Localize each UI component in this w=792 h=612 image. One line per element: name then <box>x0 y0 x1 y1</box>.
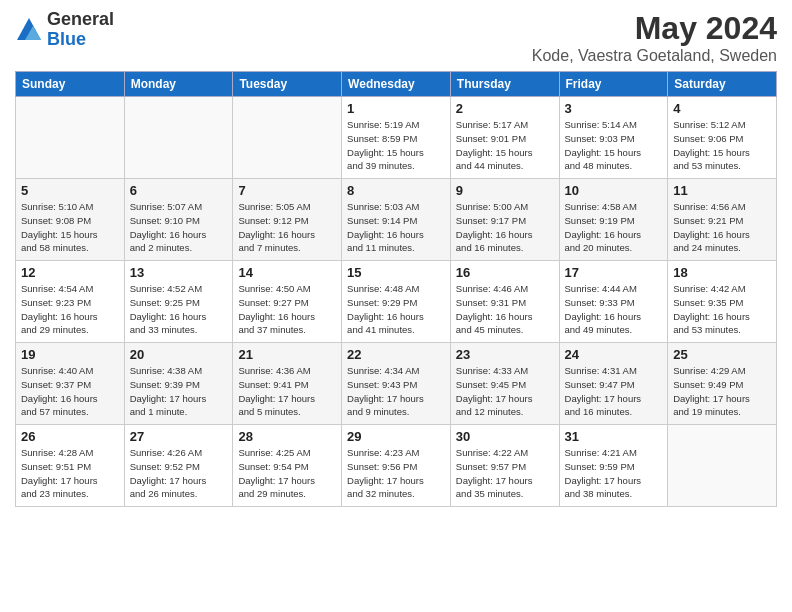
day-info: Sunrise: 4:36 AM Sunset: 9:41 PM Dayligh… <box>238 364 336 419</box>
logo-general: General <box>47 9 114 29</box>
calendar-cell: 20Sunrise: 4:38 AM Sunset: 9:39 PM Dayli… <box>124 343 233 425</box>
calendar-week-5: 26Sunrise: 4:28 AM Sunset: 9:51 PM Dayli… <box>16 425 777 507</box>
day-info: Sunrise: 5:10 AM Sunset: 9:08 PM Dayligh… <box>21 200 119 255</box>
day-number: 11 <box>673 183 771 198</box>
day-info: Sunrise: 5:17 AM Sunset: 9:01 PM Dayligh… <box>456 118 554 173</box>
day-number: 10 <box>565 183 663 198</box>
calendar-cell: 4Sunrise: 5:12 AM Sunset: 9:06 PM Daylig… <box>668 97 777 179</box>
day-info: Sunrise: 4:23 AM Sunset: 9:56 PM Dayligh… <box>347 446 445 501</box>
calendar-cell <box>668 425 777 507</box>
day-number: 28 <box>238 429 336 444</box>
day-number: 19 <box>21 347 119 362</box>
calendar-cell: 30Sunrise: 4:22 AM Sunset: 9:57 PM Dayli… <box>450 425 559 507</box>
calendar-cell: 10Sunrise: 4:58 AM Sunset: 9:19 PM Dayli… <box>559 179 668 261</box>
calendar-cell: 18Sunrise: 4:42 AM Sunset: 9:35 PM Dayli… <box>668 261 777 343</box>
day-info: Sunrise: 4:26 AM Sunset: 9:52 PM Dayligh… <box>130 446 228 501</box>
day-info: Sunrise: 4:44 AM Sunset: 9:33 PM Dayligh… <box>565 282 663 337</box>
calendar-cell: 27Sunrise: 4:26 AM Sunset: 9:52 PM Dayli… <box>124 425 233 507</box>
day-number: 17 <box>565 265 663 280</box>
day-info: Sunrise: 4:50 AM Sunset: 9:27 PM Dayligh… <box>238 282 336 337</box>
calendar-cell: 16Sunrise: 4:46 AM Sunset: 9:31 PM Dayli… <box>450 261 559 343</box>
calendar-week-4: 19Sunrise: 4:40 AM Sunset: 9:37 PM Dayli… <box>16 343 777 425</box>
day-number: 26 <box>21 429 119 444</box>
day-info: Sunrise: 4:21 AM Sunset: 9:59 PM Dayligh… <box>565 446 663 501</box>
calendar-cell <box>124 97 233 179</box>
calendar-cell: 22Sunrise: 4:34 AM Sunset: 9:43 PM Dayli… <box>342 343 451 425</box>
col-header-saturday: Saturday <box>668 72 777 97</box>
calendar-cell: 31Sunrise: 4:21 AM Sunset: 9:59 PM Dayli… <box>559 425 668 507</box>
day-info: Sunrise: 5:19 AM Sunset: 8:59 PM Dayligh… <box>347 118 445 173</box>
day-info: Sunrise: 4:34 AM Sunset: 9:43 PM Dayligh… <box>347 364 445 419</box>
day-info: Sunrise: 4:28 AM Sunset: 9:51 PM Dayligh… <box>21 446 119 501</box>
title-block: May 2024 Kode, Vaestra Goetaland, Sweden <box>532 10 777 65</box>
calendar-cell <box>16 97 125 179</box>
calendar-table: SundayMondayTuesdayWednesdayThursdayFrid… <box>15 71 777 507</box>
calendar-cell: 23Sunrise: 4:33 AM Sunset: 9:45 PM Dayli… <box>450 343 559 425</box>
page: General Blue May 2024 Kode, Vaestra Goet… <box>0 0 792 612</box>
day-number: 5 <box>21 183 119 198</box>
col-header-wednesday: Wednesday <box>342 72 451 97</box>
day-number: 15 <box>347 265 445 280</box>
day-info: Sunrise: 4:46 AM Sunset: 9:31 PM Dayligh… <box>456 282 554 337</box>
day-number: 30 <box>456 429 554 444</box>
day-info: Sunrise: 4:31 AM Sunset: 9:47 PM Dayligh… <box>565 364 663 419</box>
col-header-tuesday: Tuesday <box>233 72 342 97</box>
day-number: 18 <box>673 265 771 280</box>
day-info: Sunrise: 4:42 AM Sunset: 9:35 PM Dayligh… <box>673 282 771 337</box>
calendar-cell: 1Sunrise: 5:19 AM Sunset: 8:59 PM Daylig… <box>342 97 451 179</box>
col-header-sunday: Sunday <box>16 72 125 97</box>
calendar-title: May 2024 <box>532 10 777 47</box>
day-number: 6 <box>130 183 228 198</box>
day-info: Sunrise: 4:22 AM Sunset: 9:57 PM Dayligh… <box>456 446 554 501</box>
day-number: 23 <box>456 347 554 362</box>
day-info: Sunrise: 4:56 AM Sunset: 9:21 PM Dayligh… <box>673 200 771 255</box>
day-info: Sunrise: 5:12 AM Sunset: 9:06 PM Dayligh… <box>673 118 771 173</box>
calendar-cell: 9Sunrise: 5:00 AM Sunset: 9:17 PM Daylig… <box>450 179 559 261</box>
day-info: Sunrise: 4:40 AM Sunset: 9:37 PM Dayligh… <box>21 364 119 419</box>
day-number: 16 <box>456 265 554 280</box>
day-info: Sunrise: 4:38 AM Sunset: 9:39 PM Dayligh… <box>130 364 228 419</box>
calendar-cell: 25Sunrise: 4:29 AM Sunset: 9:49 PM Dayli… <box>668 343 777 425</box>
day-number: 1 <box>347 101 445 116</box>
day-info: Sunrise: 4:33 AM Sunset: 9:45 PM Dayligh… <box>456 364 554 419</box>
day-number: 14 <box>238 265 336 280</box>
day-info: Sunrise: 4:48 AM Sunset: 9:29 PM Dayligh… <box>347 282 445 337</box>
day-number: 13 <box>130 265 228 280</box>
logo-text: General Blue <box>47 10 114 50</box>
day-number: 20 <box>130 347 228 362</box>
day-number: 31 <box>565 429 663 444</box>
day-number: 8 <box>347 183 445 198</box>
day-info: Sunrise: 4:25 AM Sunset: 9:54 PM Dayligh… <box>238 446 336 501</box>
calendar-cell: 7Sunrise: 5:05 AM Sunset: 9:12 PM Daylig… <box>233 179 342 261</box>
day-info: Sunrise: 5:03 AM Sunset: 9:14 PM Dayligh… <box>347 200 445 255</box>
calendar-cell: 3Sunrise: 5:14 AM Sunset: 9:03 PM Daylig… <box>559 97 668 179</box>
col-header-friday: Friday <box>559 72 668 97</box>
day-number: 7 <box>238 183 336 198</box>
day-number: 25 <box>673 347 771 362</box>
calendar-cell: 8Sunrise: 5:03 AM Sunset: 9:14 PM Daylig… <box>342 179 451 261</box>
day-number: 4 <box>673 101 771 116</box>
day-info: Sunrise: 5:00 AM Sunset: 9:17 PM Dayligh… <box>456 200 554 255</box>
day-number: 27 <box>130 429 228 444</box>
day-number: 9 <box>456 183 554 198</box>
logo: General Blue <box>15 10 114 50</box>
day-number: 2 <box>456 101 554 116</box>
calendar-cell: 24Sunrise: 4:31 AM Sunset: 9:47 PM Dayli… <box>559 343 668 425</box>
day-number: 24 <box>565 347 663 362</box>
col-header-monday: Monday <box>124 72 233 97</box>
day-number: 21 <box>238 347 336 362</box>
logo-icon <box>15 16 43 44</box>
calendar-cell: 14Sunrise: 4:50 AM Sunset: 9:27 PM Dayli… <box>233 261 342 343</box>
calendar-cell: 26Sunrise: 4:28 AM Sunset: 9:51 PM Dayli… <box>16 425 125 507</box>
calendar-subtitle: Kode, Vaestra Goetaland, Sweden <box>532 47 777 65</box>
calendar-cell: 12Sunrise: 4:54 AM Sunset: 9:23 PM Dayli… <box>16 261 125 343</box>
day-number: 22 <box>347 347 445 362</box>
calendar-cell: 13Sunrise: 4:52 AM Sunset: 9:25 PM Dayli… <box>124 261 233 343</box>
calendar-cell: 15Sunrise: 4:48 AM Sunset: 9:29 PM Dayli… <box>342 261 451 343</box>
calendar-cell: 17Sunrise: 4:44 AM Sunset: 9:33 PM Dayli… <box>559 261 668 343</box>
day-number: 12 <box>21 265 119 280</box>
day-info: Sunrise: 5:05 AM Sunset: 9:12 PM Dayligh… <box>238 200 336 255</box>
header: General Blue May 2024 Kode, Vaestra Goet… <box>15 10 777 65</box>
calendar-cell <box>233 97 342 179</box>
calendar-cell: 29Sunrise: 4:23 AM Sunset: 9:56 PM Dayli… <box>342 425 451 507</box>
